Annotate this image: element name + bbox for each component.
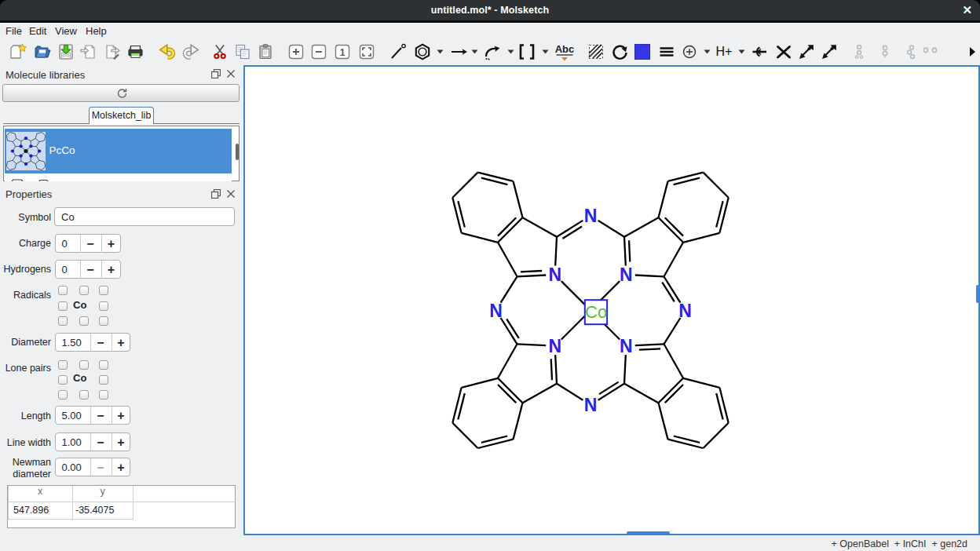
svg-text:N: N — [548, 265, 561, 285]
svg-text:N: N — [584, 395, 598, 415]
svg-text:1: 1 — [340, 47, 346, 58]
svg-text:H+: H+ — [716, 45, 733, 58]
svg-text:N: N — [548, 336, 561, 356]
svg-text:N: N — [620, 265, 633, 285]
svg-text:N: N — [620, 336, 633, 356]
svg-text:N: N — [489, 301, 503, 321]
svg-text:Co: Co — [585, 302, 607, 322]
svg-text:N: N — [678, 301, 692, 321]
svg-text:Abc: Abc — [555, 43, 575, 55]
svg-text:N: N — [584, 206, 598, 226]
